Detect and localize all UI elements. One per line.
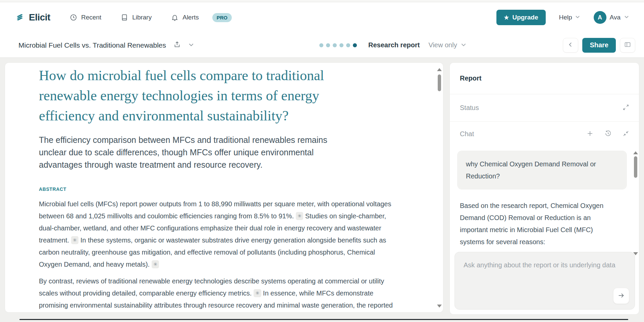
star-icon: ★ <box>504 14 509 21</box>
report-subtitle: The efficiency comparison between MFCs a… <box>39 134 403 171</box>
pro-badge: PRO <box>212 13 232 22</box>
citation-marker[interactable]: ✳ <box>254 289 261 297</box>
mode-label: Research report <box>368 41 420 49</box>
status-label: Status <box>460 104 479 112</box>
elicit-logo[interactable]: Elicit <box>15 12 50 23</box>
window-bottom-edge <box>19 319 628 320</box>
report-side-panel: Report Status Chat <box>449 62 639 315</box>
progress-dot <box>326 43 330 47</box>
user-name: Ava <box>610 14 621 21</box>
main-area: How do microbial fuel cells compare to t… <box>0 58 644 322</box>
arrow-right-icon <box>618 292 625 300</box>
plus-icon <box>587 130 593 138</box>
chevron-left-icon <box>568 42 574 49</box>
document-title: Microbial Fuel Cells vs. Traditional Ren… <box>18 41 166 49</box>
sidebar-layout-icon <box>624 41 631 49</box>
scrollbar-thumb[interactable] <box>438 74 441 91</box>
view-mode-label: View only <box>428 41 457 49</box>
upgrade-label: Upgrade <box>512 14 538 21</box>
nav-item-recent[interactable]: Recent <box>70 14 101 21</box>
nav-item-label: Recent <box>81 14 101 21</box>
chevron-down-icon <box>624 14 629 21</box>
chevron-down-icon <box>461 42 467 49</box>
help-menu[interactable]: Help <box>559 14 580 21</box>
document-scrollbar[interactable] <box>437 68 442 308</box>
send-button[interactable] <box>613 288 629 304</box>
chat-label: Chat <box>460 130 474 138</box>
report-heading: How do microbial fuel cells compare to t… <box>39 65 403 126</box>
document-toolbar: Microbial Fuel Cells vs. Traditional Ren… <box>0 33 644 58</box>
elicit-logo-text: Elicit <box>29 12 50 23</box>
expand-icon <box>623 104 629 111</box>
new-chat-button[interactable] <box>587 130 593 138</box>
nav-item-alerts[interactable]: Alerts <box>171 14 199 21</box>
view-mode-dropdown[interactable]: View only <box>428 41 466 49</box>
share-export-icon <box>173 41 181 49</box>
collapse-button[interactable] <box>623 130 629 138</box>
chat-input[interactable] <box>455 252 635 309</box>
upgrade-button[interactable]: ★ Upgrade <box>496 10 545 25</box>
scrollbar-thumb[interactable] <box>634 156 637 178</box>
abstract-section-label: ABSTRACT <box>39 186 403 192</box>
nav-item-library[interactable]: Library <box>121 14 152 21</box>
title-menu-button[interactable] <box>188 42 194 49</box>
elicit-logo-icon <box>15 12 25 23</box>
user-chat-message: why Chemical Oxygen Demand Removal or Re… <box>457 151 627 190</box>
clock-icon <box>70 14 77 21</box>
history-icon <box>605 130 611 138</box>
progress-dot <box>346 43 350 47</box>
progress-dot <box>319 43 323 47</box>
collapse-icon <box>623 130 629 138</box>
progress-dot <box>353 43 357 47</box>
export-button[interactable] <box>173 41 181 49</box>
abstract-paragraph: Microbial fuel cells (MFCs) report power… <box>39 198 398 270</box>
scroll-up-arrow[interactable] <box>633 151 638 154</box>
panel-toggle-button[interactable] <box>620 38 635 53</box>
chevron-down-icon <box>575 14 580 21</box>
scroll-up-arrow[interactable] <box>437 68 442 71</box>
chat-input-container <box>454 252 635 310</box>
share-button[interactable]: Share <box>582 38 616 53</box>
user-menu[interactable]: A Ava <box>594 11 629 24</box>
back-button[interactable] <box>563 38 578 53</box>
assistant-chat-message: Based on the research report, Chemical O… <box>460 200 611 248</box>
scroll-down-arrow[interactable] <box>437 305 442 308</box>
chat-messages: why Chemical Oxygen Demand Removal or Re… <box>450 147 639 257</box>
nav-item-label: Library <box>132 14 152 21</box>
progress-dots <box>319 43 357 47</box>
report-document: How do microbial fuel cells compare to t… <box>5 62 443 313</box>
window-top-edge <box>0 0 644 2</box>
panel-title: Report <box>460 74 481 82</box>
chevron-down-icon <box>188 42 194 49</box>
citation-marker[interactable]: ✳ <box>71 236 79 244</box>
citation-marker[interactable]: ✳ <box>296 212 304 220</box>
progress-dot <box>339 43 343 47</box>
expand-button[interactable] <box>623 104 629 111</box>
nav-item-label: Alerts <box>182 14 199 21</box>
chat-section-header: Chat <box>450 122 639 146</box>
top-navbar: Elicit Recent Library A <box>0 2 644 33</box>
chat-history-button[interactable] <box>605 130 611 138</box>
book-icon <box>121 14 128 21</box>
avatar: A <box>594 11 606 24</box>
progress-dot <box>333 43 337 47</box>
citation-marker[interactable]: ✳ <box>152 260 159 268</box>
abstract-paragraph: By contrast, reviews of traditional rene… <box>39 275 398 313</box>
status-section[interactable]: Status <box>450 94 639 122</box>
help-label: Help <box>559 14 572 21</box>
chat-scrollbar[interactable] <box>633 151 638 255</box>
bell-icon <box>171 14 178 21</box>
